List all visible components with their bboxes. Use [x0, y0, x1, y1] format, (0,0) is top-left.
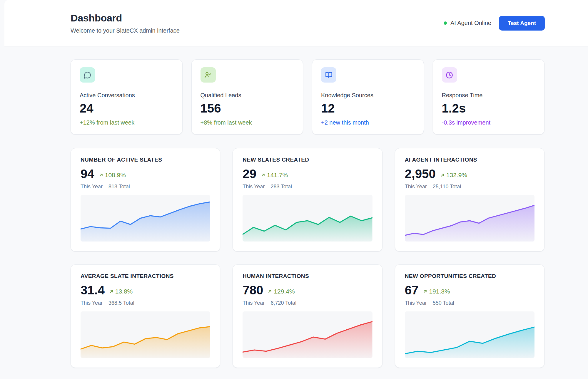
stat-value: 156 — [201, 102, 294, 115]
stat-card-qualified-leads: Qualified Leads 156 +8% from last week — [191, 59, 303, 135]
page-header-text: Dashboard Welcome to your SlateCX admin … — [71, 12, 180, 34]
stat-delta: -0.3s improvement — [442, 119, 536, 126]
chart-period-label: This Year — [243, 184, 265, 190]
page-title: Dashboard — [71, 12, 180, 24]
stat-card-knowledge-sources: Knowledge Sources 12 +2 new this month — [312, 59, 424, 135]
book-open-icon — [321, 67, 336, 83]
chart-delta: 191.3% — [422, 288, 450, 295]
chart-period-label: This Year — [405, 184, 427, 190]
chart-value: 2,950 — [405, 168, 436, 180]
trend-up-icon — [440, 172, 445, 178]
trend-up-icon — [98, 172, 104, 178]
chart-total-label: 368.5 Total — [108, 300, 134, 306]
stat-label: Active Conversations — [80, 92, 173, 99]
chart-title: AVERAGE SLATE INTERACTIONS — [81, 273, 210, 279]
sparkline-chart — [243, 311, 372, 358]
chart-total-label: 25,110 Total — [433, 184, 461, 190]
chart-value: 780 — [243, 284, 263, 296]
header-actions: AI Agent Online Test Agent — [444, 16, 545, 31]
stat-label: Qualified Leads — [201, 92, 294, 99]
stat-value: 1.2s — [442, 102, 536, 115]
status-indicator: AI Agent Online — [444, 20, 491, 26]
sparkline-chart — [405, 195, 534, 242]
sparkline-chart — [243, 195, 372, 242]
stat-value: 24 — [80, 102, 173, 115]
trend-up-icon — [422, 289, 428, 294]
status-dot-icon — [444, 21, 447, 25]
chart-delta: 108.9% — [98, 172, 126, 179]
chart-card-grid: NUMBER OF ACTIVE SLATES 94 108.9% This Y… — [71, 148, 544, 368]
stat-label: Response Time — [442, 92, 536, 99]
page-subtitle: Welcome to your SlateCX admin interface — [71, 27, 180, 34]
chat-bubble-icon — [80, 67, 95, 83]
stat-delta: +2 new this month — [321, 119, 415, 126]
chart-card-average-slate-interactions: AVERAGE SLATE INTERACTIONS 31.4 13.8% Th… — [71, 264, 220, 368]
chart-delta: 13.8% — [109, 288, 133, 295]
test-agent-button[interactable]: Test Agent — [499, 16, 545, 31]
clock-icon — [442, 67, 457, 83]
status-label: AI Agent Online — [450, 20, 491, 26]
stat-card-response-time: Response Time 1.2s -0.3s improvement — [433, 59, 545, 135]
stat-label: Knowledge Sources — [321, 92, 415, 99]
stat-value: 12 — [321, 102, 415, 115]
chart-value: 31.4 — [81, 284, 105, 296]
chart-title: NUMBER OF ACTIVE SLATES — [81, 157, 210, 163]
chart-card-new-opportunities-created: NEW OPPORTUNITIES CREATED 67 191.3% This… — [395, 264, 544, 368]
chart-delta: 141.7% — [260, 172, 288, 179]
stat-card-grid: Active Conversations 24 +12% from last w… — [71, 59, 544, 135]
stat-delta: +8% from last week — [201, 119, 294, 126]
chart-value: 67 — [405, 284, 419, 296]
chart-title: NEW OPPORTUNITIES CREATED — [405, 273, 534, 279]
chart-title: HUMAN INTERACTIONS — [243, 273, 372, 279]
chart-period-label: This Year — [81, 184, 103, 190]
chart-total-label: 813 Total — [108, 184, 130, 190]
chart-period-label: This Year — [81, 300, 103, 306]
chart-card-human-interactions: HUMAN INTERACTIONS 780 129.4% This Year … — [233, 264, 382, 368]
chart-total-label: 550 Total — [433, 300, 454, 306]
chart-value: 94 — [81, 168, 94, 180]
chart-period-label: This Year — [243, 300, 265, 306]
chart-period-label: This Year — [405, 300, 427, 306]
stat-delta: +12% from last week — [80, 119, 173, 126]
page-header: Dashboard Welcome to your SlateCX admin … — [4, 0, 588, 46]
chart-card-new-slates-created: NEW SLATES CREATED 29 141.7% This Year 2… — [233, 148, 382, 251]
sparkline-chart — [405, 311, 534, 358]
trend-up-icon — [267, 289, 273, 294]
chart-card-number-of-active-slates: NUMBER OF ACTIVE SLATES 94 108.9% This Y… — [71, 148, 220, 251]
chart-delta: 132.9% — [440, 172, 467, 179]
sparkline-chart — [81, 195, 210, 242]
chart-delta: 129.4% — [267, 288, 295, 295]
dashboard-main: Active Conversations 24 +12% from last w… — [71, 46, 544, 368]
trend-up-icon — [260, 172, 266, 178]
chart-total-label: 6,720 Total — [270, 300, 296, 306]
chart-title: AI AGENT INTERACTIONS — [405, 157, 534, 163]
stat-card-active-conversations: Active Conversations 24 +12% from last w… — [71, 59, 183, 135]
chart-total-label: 283 Total — [270, 184, 292, 190]
chart-card-ai-agent-interactions: AI AGENT INTERACTIONS 2,950 132.9% This … — [395, 148, 544, 251]
chart-title: NEW SLATES CREATED — [243, 157, 372, 163]
trend-up-icon — [109, 289, 114, 294]
chart-value: 29 — [243, 168, 256, 180]
sparkline-chart — [81, 311, 210, 358]
user-check-icon — [201, 67, 216, 83]
